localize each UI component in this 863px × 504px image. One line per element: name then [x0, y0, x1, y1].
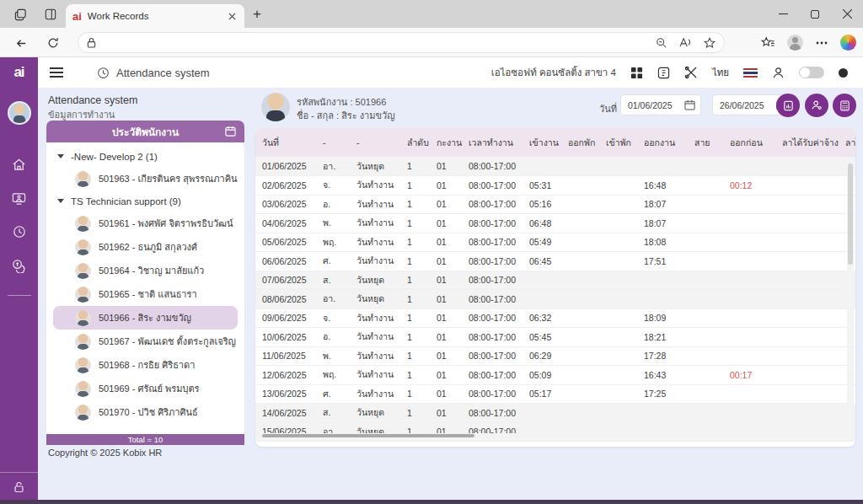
- table-cell: 16:48: [637, 176, 688, 196]
- monitor-user-icon[interactable]: [12, 190, 27, 206]
- table-row[interactable]: 09/06/2025จ.วันทำงาน10108:00-17:0006:321…: [255, 308, 855, 328]
- tree-member-501963[interactable]: 501963 - เกียรตินคร สุพรรณภาคิน: [53, 167, 238, 190]
- table-row[interactable]: 11/06/2025พ.วันทำงาน10108:00-17:0006:291…: [255, 346, 855, 366]
- window-bottom-edge: [0, 500, 863, 504]
- table-row[interactable]: 07/06/2025ส.วันหยุด10108:00-17:00: [255, 271, 855, 290]
- favorites-bar-icon[interactable]: [761, 36, 775, 49]
- person-icon[interactable]: [772, 67, 785, 79]
- table-cell: [723, 233, 775, 252]
- chevron-down-icon[interactable]: [57, 154, 64, 158]
- form-icon[interactable]: [657, 67, 670, 79]
- back-icon[interactable]: [12, 34, 30, 52]
- table-cell: 08:00-17:00: [462, 290, 523, 309]
- tree-member-501961[interactable]: 501961 - พงศพัศ จิตราพรธิบวัฒน์: [53, 212, 238, 235]
- tab-search-icon[interactable]: [42, 6, 59, 23]
- new-tab-button[interactable]: +: [253, 7, 261, 21]
- app-rail: ai: [0, 57, 38, 500]
- horizontal-scrollbar-thumb[interactable]: [262, 434, 474, 437]
- tree-group-label: TS Technician support (9): [71, 196, 181, 206]
- table-row[interactable]: 14/06/2025ส.วันหยุด10108:00-17:00: [255, 404, 855, 423]
- member-label: 501965 - ชาติ แสนธารา: [99, 287, 197, 302]
- table-row[interactable]: 10/06/2025อ.วันทำงาน10108:00-17:0005:451…: [255, 328, 855, 347]
- theme-toggle[interactable]: [799, 67, 824, 78]
- table-cell: 08:00-17:00: [462, 366, 523, 385]
- tree-member-501970[interactable]: 501970 - ปวิช ศิริภาศินธ์: [53, 400, 238, 424]
- tab-close-icon[interactable]: [227, 13, 238, 20]
- maximize-icon[interactable]: [799, 0, 831, 28]
- table-row[interactable]: 08/06/2025อา.วันหยุด10108:00-17:00: [255, 290, 855, 309]
- date-from-input[interactable]: [626, 99, 678, 111]
- url-bar[interactable]: [78, 32, 725, 53]
- zoom-icon[interactable]: [656, 37, 667, 49]
- table-row[interactable]: 06/06/2025ศ.วันทำงาน10108:00-17:0006:451…: [255, 252, 855, 271]
- calculator-button[interactable]: [833, 94, 856, 117]
- tree-group-0[interactable]: -New- Develop 2 (1): [46, 146, 244, 167]
- search-person-button[interactable]: [805, 94, 828, 117]
- table-cell: 04/06/2025: [255, 214, 316, 233]
- table-cell: 18:21: [637, 328, 688, 347]
- tree-member-501968[interactable]: 501968 - กรธิย ศิริธาดา: [53, 353, 238, 377]
- calendar-icon[interactable]: [225, 126, 236, 137]
- clock-icon[interactable]: [12, 224, 27, 239]
- browser-tab[interactable]: ai Work Records: [66, 4, 244, 28]
- minimize-icon[interactable]: [767, 0, 799, 28]
- copilot-icon[interactable]: [840, 35, 856, 51]
- lock-icon[interactable]: [0, 472, 38, 493]
- table-cell: 06:45: [523, 252, 561, 271]
- home-icon[interactable]: [12, 157, 27, 172]
- tree-member-501967[interactable]: 501967 - พัฒนเดช ตั้งตระกูลเจริญ: [53, 330, 238, 353]
- more-menu-icon[interactable]: [816, 41, 828, 45]
- tree-group-label: -New- Develop 2 (1): [71, 152, 158, 162]
- table-cell: วันทำงาน: [350, 195, 400, 214]
- attendance-table: วันที่--ลำดับกะงานเวลาทำงานเข้างานออกพัก…: [255, 128, 855, 442]
- table-row[interactable]: 03/06/2025อ.วันทำงาน10108:00-17:0005:161…: [255, 195, 855, 214]
- user-avatar[interactable]: [8, 101, 31, 125]
- url-input[interactable]: [96, 36, 656, 50]
- table-row[interactable]: 01/06/2025อา.วันหยุด10108:00-17:00: [255, 157, 855, 176]
- hamburger-menu-icon[interactable]: [50, 67, 63, 78]
- date-from-field[interactable]: [620, 94, 701, 115]
- table-cell: วันหยุด: [350, 290, 400, 309]
- vertical-scrollbar[interactable]: [847, 160, 854, 440]
- panel-title: Attendance system: [48, 94, 137, 106]
- tree-member-501965[interactable]: 501965 - ชาติ แสนธารา: [53, 282, 238, 306]
- table-cell: [688, 214, 723, 233]
- table-row[interactable]: 12/06/2025พฤ.วันทำงาน10108:00-17:0005:09…: [255, 366, 855, 385]
- tools-icon[interactable]: [684, 66, 698, 79]
- table-row[interactable]: 13/06/2025ศ.วันทำงาน10108:00-17:0005:171…: [255, 384, 855, 404]
- thai-flag-icon[interactable]: [743, 68, 758, 78]
- dark-mode-icon[interactable]: [839, 68, 848, 78]
- table-cell: [599, 195, 637, 214]
- table-row[interactable]: 05/06/2025พฤ.วันทำงาน10108:00-17:0005:49…: [255, 233, 855, 252]
- table-row[interactable]: 02/06/2025จ.วันทำงาน10108:00-17:0005:311…: [255, 176, 855, 196]
- table-row[interactable]: 15/06/2025อา.วันหยุด10108:00-17:00: [255, 422, 855, 442]
- table-cell: [723, 290, 775, 309]
- profile-avatar[interactable]: [787, 35, 803, 51]
- payroll-icon[interactable]: [12, 258, 27, 273]
- tree-member-501964[interactable]: 501964 - วิชาญ มาลัยแก้ว: [53, 259, 238, 282]
- tree-member-501969[interactable]: 501969 - ศรัณย์ พรมบุตร: [53, 377, 238, 400]
- chevron-down-icon[interactable]: [57, 199, 64, 203]
- table-cell: อา.: [316, 157, 350, 176]
- read-aloud-icon[interactable]: [679, 37, 692, 48]
- table-cell: 01: [430, 366, 462, 385]
- calendar-icon[interactable]: [684, 99, 695, 110]
- favorite-star-icon[interactable]: [704, 37, 716, 49]
- vertical-scrollbar-thumb[interactable]: [848, 164, 853, 265]
- date-to-input[interactable]: [718, 99, 770, 111]
- tree-member-501962[interactable]: 501962 - ธนภูมิ สกุลวงศ์: [53, 235, 238, 259]
- report-button[interactable]: [776, 94, 800, 117]
- table-cell: 02/06/2025: [255, 176, 316, 196]
- workspaces-icon[interactable]: [12, 6, 29, 23]
- horizontal-scrollbar[interactable]: [259, 433, 844, 438]
- refresh-icon[interactable]: [44, 34, 62, 52]
- table-row[interactable]: 04/06/2025พ.วันทำงาน10108:00-17:0006:481…: [255, 214, 855, 233]
- language-label[interactable]: ไทย: [712, 65, 729, 80]
- apps-grid-icon[interactable]: [630, 67, 643, 79]
- table-cell: [599, 366, 637, 385]
- close-icon[interactable]: [831, 0, 863, 28]
- tree-group-1[interactable]: TS Technician support (9): [46, 190, 244, 212]
- table-cell: [523, 404, 561, 423]
- table-cell: [561, 346, 599, 366]
- tree-member-501966[interactable]: 501966 - สิระ งามขวัญ: [53, 306, 238, 330]
